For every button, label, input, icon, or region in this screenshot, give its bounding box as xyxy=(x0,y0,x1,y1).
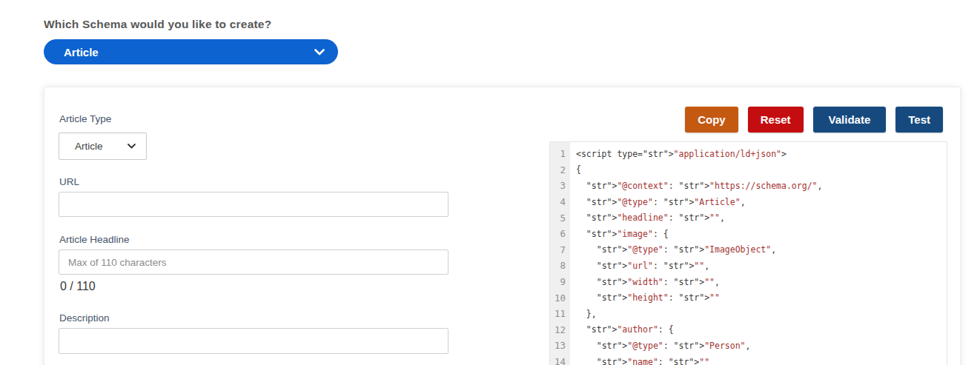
copy-button[interactable]: Copy xyxy=(685,107,738,133)
schema-question-label: Which Schema would you like to create? xyxy=(44,18,271,31)
code-text: "str">"headline": "str">"", xyxy=(570,212,725,223)
code-line: 1<script type="str">"application/ld+json… xyxy=(550,146,947,162)
line-number: 2 xyxy=(550,164,570,175)
code-text: "str">"@type": "str">"Article", xyxy=(570,197,746,207)
line-number: 8 xyxy=(550,260,570,271)
line-number: 6 xyxy=(550,228,570,239)
description-label: Description xyxy=(59,312,110,324)
url-input[interactable] xyxy=(59,192,448,217)
code-line: 12 "str">"author": { xyxy=(550,322,947,338)
line-number: 4 xyxy=(550,196,570,207)
code-line: 9 "str">"width": "str">"", xyxy=(550,274,947,290)
reset-button[interactable]: Reset xyxy=(748,107,804,133)
code-text: }, xyxy=(570,309,597,319)
code-text: "str">"author": { xyxy=(570,324,674,335)
schema-type-dropdown-value: Article xyxy=(64,46,99,58)
article-headline-label: Article Headline xyxy=(59,234,130,245)
code-text: { xyxy=(570,164,581,175)
code-line: 2{ xyxy=(550,162,947,178)
test-button[interactable]: Test xyxy=(895,107,943,133)
line-number: 12 xyxy=(550,324,570,335)
code-text: "str">"name": "str">"" xyxy=(570,357,709,365)
code-text: "str">"@context": "str">"https://schema.… xyxy=(570,181,822,191)
code-line: 4 "str">"@type": "str">"Article", xyxy=(550,194,947,210)
article-type-select[interactable]: Article xyxy=(59,133,147,160)
line-number: 3 xyxy=(550,180,570,191)
jsonld-code-editor[interactable]: 1<script type="str">"application/ld+json… xyxy=(549,141,947,365)
code-line: 13 "str">"@type": "str">"Person", xyxy=(550,338,947,354)
line-number: 7 xyxy=(550,244,570,255)
code-text: "str">"@type": "str">"Person", xyxy=(570,341,750,351)
url-label: URL xyxy=(59,176,79,187)
article-type-select-value: Article xyxy=(75,141,103,152)
code-line: 3 "str">"@context": "str">"https://schem… xyxy=(550,178,947,194)
code-line: 14 "str">"name": "str">"" xyxy=(550,354,947,365)
code-line: 10 "str">"height": "str">"" xyxy=(550,289,947,306)
line-number: 11 xyxy=(550,308,570,319)
generator-card: Article Type Article URL Article Headlin… xyxy=(44,87,961,365)
code-text: "str">"image": { xyxy=(570,229,669,239)
article-headline-input[interactable] xyxy=(59,250,448,275)
code-text: <script type="str">"application/ld+json"… xyxy=(570,149,787,159)
chevron-down-icon xyxy=(314,49,325,56)
line-number: 5 xyxy=(550,212,570,224)
schema-type-dropdown[interactable]: Article xyxy=(44,39,338,64)
code-text: "str">"url": "str">"", xyxy=(570,261,709,271)
code-text: "str">"height": "str">"" xyxy=(570,292,720,303)
code-line: 7 "str">"@type": "str">"ImageObject", xyxy=(550,242,947,258)
code-toolbar: Copy Reset Validate Test xyxy=(685,107,943,133)
code-text: "str">"@type": "str">"ImageObject", xyxy=(570,244,776,255)
line-number: 1 xyxy=(550,148,570,159)
code-text: "str">"width": "str">"", xyxy=(570,277,720,287)
line-number: 9 xyxy=(550,276,570,287)
code-line: 11 }, xyxy=(550,306,947,322)
line-number: 10 xyxy=(550,292,570,304)
description-input[interactable] xyxy=(59,328,448,354)
headline-character-counter: 0 / 110 xyxy=(60,280,96,293)
code-line: 5 "str">"headline": "str">"", xyxy=(550,210,947,226)
schema-generator-page: Which Schema would you like to create? A… xyxy=(0,0,980,365)
chevron-down-icon xyxy=(128,144,136,149)
article-type-label: Article Type xyxy=(59,113,111,124)
validate-button[interactable]: Validate xyxy=(813,107,887,133)
code-line: 6 "str">"image": { xyxy=(550,226,947,242)
line-number: 14 xyxy=(550,356,570,365)
code-line: 8 "str">"url": "str">"", xyxy=(550,258,947,274)
line-number: 13 xyxy=(550,340,570,351)
